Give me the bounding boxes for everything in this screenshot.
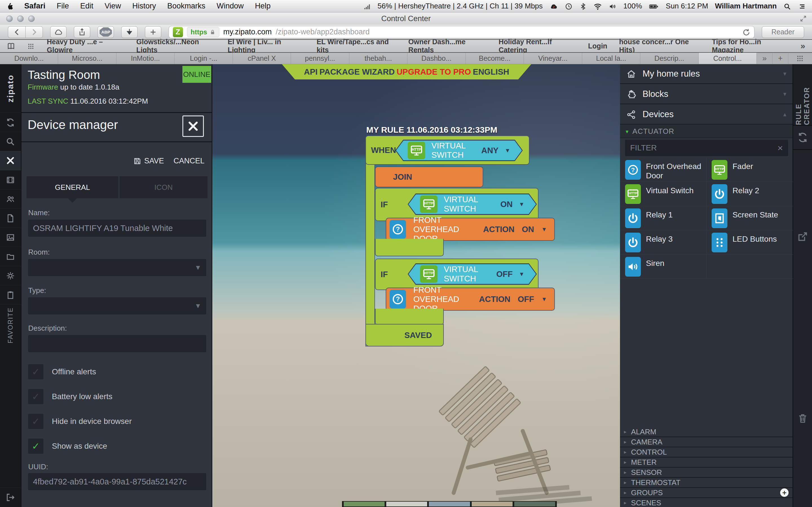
tab[interactable]: Microso...	[58, 53, 116, 64]
device-item[interactable]: Fader	[707, 158, 793, 182]
tab[interactable]: Descrip...	[640, 53, 698, 64]
tab[interactable]: Become...	[466, 53, 524, 64]
menu-bookmarks[interactable]: Bookmarks	[167, 2, 205, 10]
top-sites-icon[interactable]	[27, 42, 35, 50]
filter-input[interactable]: FILTER ×	[625, 140, 788, 156]
settings-icon[interactable]	[0, 266, 21, 285]
weather-icon[interactable]	[550, 1, 558, 10]
bookmark-item[interactable]: Heavy Duty ...e – Glowire	[47, 38, 124, 54]
battery-icon[interactable]	[649, 2, 659, 10]
menu-history[interactable]: History	[132, 2, 156, 10]
device-item[interactable]: Screen State	[707, 206, 793, 230]
save-button[interactable]: SAVE	[133, 157, 164, 165]
bookmark-item[interactable]: house concer...r One Hits)	[619, 38, 700, 54]
menu-clock[interactable]: Sun 6:12 PM	[666, 2, 708, 10]
refresh-icon[interactable]	[793, 126, 812, 150]
tab[interactable]: pennsyl...	[291, 53, 349, 64]
menu-window[interactable]: Window	[216, 2, 244, 10]
favorite-tab[interactable]: FAVORITE	[0, 304, 21, 346]
bookmark-item[interactable]: El Wire | Liv... in Lighting	[227, 38, 305, 54]
category-groups[interactable]: ▸GROUPS+	[620, 488, 793, 497]
checkbox-hide-in-device-browser[interactable]: ✓Hide in device browser	[28, 413, 132, 429]
folder-icon[interactable]	[0, 247, 21, 266]
icloud-tabs-button[interactable]	[50, 26, 66, 38]
add-group-icon[interactable]: +	[780, 489, 789, 497]
checkbox[interactable]: ✓	[28, 364, 43, 379]
type-select[interactable]: ▼	[28, 297, 206, 314]
tab[interactable]: thebah...	[349, 53, 407, 64]
checkbox-show-as-device[interactable]: ✓Show as device	[28, 438, 107, 454]
bluetooth-icon[interactable]	[579, 2, 587, 10]
actuator-group-header[interactable]: ▾ ACTUATOR	[620, 125, 793, 138]
forward-button[interactable]	[26, 26, 43, 38]
notification-center-icon[interactable]	[798, 2, 806, 10]
downloads-button[interactable]	[121, 26, 138, 38]
section-devices[interactable]: Devices ▴	[620, 105, 793, 124]
checkbox-offline-alerts[interactable]: ✓Offline alerts	[28, 364, 96, 380]
api-link[interactable]: API	[304, 67, 317, 76]
bookmarks-sidebar-icon[interactable]	[7, 41, 15, 50]
if-condition-block[interactable]: VIRTUAL SWITCH ON ▼	[408, 193, 537, 215]
tab-general[interactable]: GENERAL	[27, 176, 118, 198]
checkbox[interactable]: ✓	[28, 439, 43, 454]
reload-icon[interactable]	[742, 27, 750, 36]
add-tab-button[interactable]: +	[772, 53, 788, 64]
device-item[interactable]: Siren	[620, 255, 707, 279]
room-select[interactable]: ▼	[28, 259, 206, 276]
category-sensor[interactable]: ▸SENSOR	[620, 467, 793, 477]
section-my-home-rules[interactable]: My home rules ▾	[620, 64, 793, 84]
media-icon[interactable]	[0, 170, 21, 189]
trash-icon[interactable]	[793, 407, 812, 430]
menu-view[interactable]: View	[105, 2, 121, 10]
device-item[interactable]: Virtual Switch	[620, 182, 707, 206]
tab-overflow-chevron[interactable]: »	[757, 53, 772, 64]
gallery-icon[interactable]	[0, 228, 21, 247]
share-button[interactable]	[74, 26, 90, 38]
tab[interactable]: Vineyar...	[524, 53, 582, 64]
bookmark-item[interactable]: Glowsticks/...Neon Lights	[137, 38, 216, 54]
device-item[interactable]: LED Buttons	[707, 230, 793, 255]
sync-icon[interactable]	[0, 113, 21, 132]
tab[interactable]: Local la...	[582, 53, 640, 64]
menu-user[interactable]: William Hartmann	[715, 2, 777, 10]
wifi-icon[interactable]	[594, 1, 602, 10]
section-blocks[interactable]: Blocks ▾	[620, 84, 793, 104]
device-item[interactable]: Relay 2	[707, 182, 793, 206]
adblock-button[interactable]: ABP	[98, 26, 114, 38]
address-bar[interactable]: Z https my.zipato.com/zipato-web/app2das…	[168, 26, 755, 38]
bookmark-item[interactable]: Tips for Ho...in Magazine	[712, 38, 789, 54]
state-select[interactable]: ON	[500, 200, 513, 209]
reader-button[interactable]: Reader	[762, 26, 804, 38]
back-button[interactable]	[8, 26, 26, 38]
bookmarks-overflow-chevron[interactable]: »	[801, 41, 805, 51]
category-camera[interactable]: ▸CAMERA	[620, 437, 793, 447]
upgrade-to-pro-link[interactable]: UPGRADE TO PRO	[397, 67, 471, 76]
tab[interactable]: cPanel X	[233, 53, 291, 64]
tab[interactable]: InMotio...	[116, 53, 174, 64]
category-alarm[interactable]: ▸ALARM	[620, 427, 793, 437]
time-machine-icon[interactable]	[565, 2, 573, 10]
clear-filter-icon[interactable]: ×	[777, 143, 783, 154]
action-block-2[interactable]: FRONT OVERHEAD DOOR ACTION OFF ▼	[386, 288, 555, 311]
menu-edit[interactable]: Edit	[80, 2, 94, 10]
device-item[interactable]: Relay 3	[620, 230, 707, 255]
package-wizard-link[interactable]: PACKAGE WIZARD	[319, 67, 395, 76]
category-control[interactable]: ▸CONTROL	[620, 447, 793, 457]
tools-icon[interactable]	[183, 115, 204, 137]
join-block[interactable]: JOIN	[375, 166, 483, 187]
language-link[interactable]: ENGLISH	[473, 67, 509, 76]
action-state-select[interactable]: ON	[522, 225, 534, 234]
category-meter[interactable]: ▸METER	[620, 457, 793, 467]
checkbox-battery-low-alerts[interactable]: ✓Battery low alerts	[28, 389, 112, 404]
volume-icon[interactable]	[609, 2, 617, 10]
rule-canvas[interactable]: API PACKAGE WIZARD UPGRADE TO PRO ENGLIS…	[212, 64, 620, 507]
description-field[interactable]	[28, 335, 206, 352]
action-state-select[interactable]: OFF	[518, 295, 534, 304]
when-condition-block[interactable]: VIRTUAL SWITCH ANY ▼	[395, 140, 523, 161]
tab-active[interactable]: Control...	[699, 53, 757, 64]
menu-help[interactable]: Help	[255, 2, 271, 10]
name-field[interactable]: OSRAM LIGHTIFY A19 Tunable White	[28, 220, 206, 237]
tab-overview-icon[interactable]	[788, 53, 812, 64]
clipboard-icon[interactable]	[0, 285, 21, 304]
search-icon[interactable]	[0, 132, 21, 151]
